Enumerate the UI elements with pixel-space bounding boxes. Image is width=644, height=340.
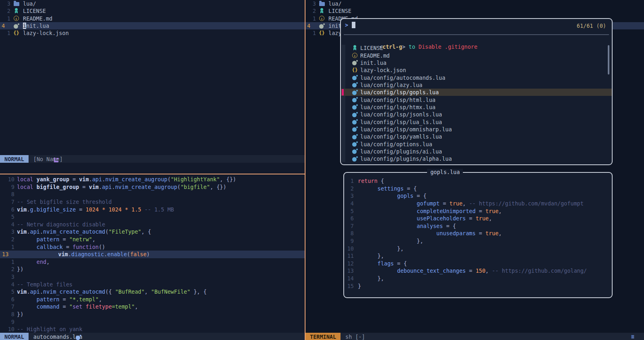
code-line[interactable]: 1 end, xyxy=(0,258,305,266)
finder-item[interactable]: LICENSE xyxy=(341,44,612,52)
code-line[interactable]: 9 xyxy=(0,318,305,325)
finder-item[interactable]: lua/config/lsp/jsonls.lua xyxy=(341,111,612,118)
line-number: 2 xyxy=(0,236,14,243)
code-token: = xyxy=(440,200,449,207)
code-line[interactable]: 10-- Highlight on yank xyxy=(0,325,305,333)
code-token: api xyxy=(92,176,102,182)
code-line[interactable]: 2 pattern = "netrw", xyxy=(0,236,305,243)
finder-item[interactable]: lua/config/lsp/omnisharp.lua xyxy=(341,126,612,133)
code-line[interactable]: 10local yank_group = vim.api.nvim_create… xyxy=(0,176,305,183)
markdown-icon xyxy=(13,16,19,21)
finder-item[interactable]: lua/config/plugins/ai.lua xyxy=(341,148,612,155)
code-text: vim.api.nvim_create_autocmd("FileType", … xyxy=(17,228,151,235)
finder-item[interactable]: README.md xyxy=(341,52,612,59)
code-line[interactable]: 5 xyxy=(0,213,305,221)
finder-item[interactable]: lua/config/lsp/yamlls.lua xyxy=(341,133,612,140)
preview-window: gopls.lua 1return {2 settings = {3 gopls… xyxy=(343,172,613,298)
line-number: 1 xyxy=(0,30,10,36)
file-name: LICENSE xyxy=(23,8,46,14)
lua-glyph xyxy=(352,156,357,162)
lua-icon xyxy=(352,156,358,162)
finder-item[interactable]: lua/config/autocomands.lua xyxy=(341,74,612,81)
finder-item[interactable]: lua/config/plugins/alpha.lua xyxy=(341,155,612,162)
file-row[interactable]: 2LICENSE xyxy=(0,7,305,15)
pane-separator-horizontal[interactable] xyxy=(0,174,305,174)
lua-icon xyxy=(352,112,358,117)
nvim-tmux-screen: 3lua/2LICENSE1README.md4init.lua1lazy-lo… xyxy=(0,0,644,340)
file-row[interactable]: 3lua/ xyxy=(0,0,305,7)
code-token xyxy=(358,215,417,222)
code-line[interactable]: 6 pattern = "*.templ", xyxy=(0,296,305,303)
finder-item[interactable]: lua/config/lazy.lua xyxy=(341,81,612,89)
license-glyph xyxy=(14,8,19,14)
finder-item[interactable]: lua/config/lsp/htmx.lua xyxy=(341,104,612,111)
file-path: init.lua xyxy=(360,60,386,66)
finder-item[interactable]: lua/config/lsp/html.lua xyxy=(341,96,612,103)
code-token: -- 1.5 MB xyxy=(141,206,174,213)
finder-item[interactable]: lua/config/lsp/lua_ls.lua xyxy=(341,118,612,125)
code-token: . xyxy=(68,251,71,257)
markdown-icon xyxy=(352,53,358,58)
pane-separator-vertical[interactable] xyxy=(305,0,305,340)
code-line[interactable]: 1 callback = function() xyxy=(0,243,305,251)
code-line[interactable]: 6vim.g.bigfile_size = 1024 * 1024 * 1.5 … xyxy=(0,205,305,213)
tree-icon xyxy=(53,157,59,163)
line-number: 8 xyxy=(344,230,354,236)
code-line[interactable]: 7 command = "set filetype=templ", xyxy=(0,303,305,311)
line-number: 15 xyxy=(344,283,354,289)
code-line[interactable]: 8}) xyxy=(0,311,305,318)
code-line[interactable]: 2}) xyxy=(0,265,305,273)
code-line[interactable]: 13 vim.diagnostic.enable(false) xyxy=(0,251,305,258)
code-pane: 10local yank_group = vim.api.nvim_create… xyxy=(0,174,305,340)
code-token: =templ" xyxy=(112,303,135,310)
file-row[interactable]: 4init.lua xyxy=(0,22,305,29)
code-token: }, xyxy=(417,238,423,244)
code-line[interactable]: 7-- Set bigfile size threshold xyxy=(0,198,305,206)
file-row[interactable]: 1lazy-lock.json xyxy=(0,29,305,37)
code-line[interactable]: 3 xyxy=(0,273,305,281)
finder-item[interactable]: lua/config/options.lua xyxy=(341,140,612,147)
code-token: = xyxy=(63,244,72,250)
lua-init-icon xyxy=(352,60,358,66)
finder-scrollbar[interactable] xyxy=(608,45,609,75)
code-line[interactable]: 9local bigfile_group = vim.api.nvim_crea… xyxy=(0,183,305,191)
lua-icon xyxy=(352,126,358,132)
code-line[interactable]: 4-- Netrw diagnostic disable xyxy=(0,221,305,228)
code-text: vim.diagnostic.enable(false) xyxy=(19,251,150,257)
preview-line: 3 gopls = { xyxy=(344,192,611,200)
file-row[interactable]: 1README.md xyxy=(0,15,305,22)
code-text: end, xyxy=(17,259,50,265)
finder-prompt[interactable]: > xyxy=(345,22,355,28)
license-icon xyxy=(319,8,325,14)
file-row[interactable]: 3lua/ xyxy=(305,0,644,7)
code-token: usePlaceholders xyxy=(417,215,466,222)
code-token: . xyxy=(102,176,105,182)
code-token xyxy=(358,238,417,244)
code-token: = xyxy=(476,230,485,236)
finder-item[interactable]: init.lua xyxy=(341,59,612,66)
code-token: ({ xyxy=(105,288,115,295)
json-icon xyxy=(319,30,325,36)
json-glyph xyxy=(352,67,357,73)
code-token xyxy=(358,275,378,282)
code-line[interactable]: 5vim.api.nvim_create_autocmd({ "BufRead"… xyxy=(0,288,305,296)
code-token: flags xyxy=(378,260,394,267)
code-line[interactable]: 3vim.api.nvim_create_autocmd("FileType",… xyxy=(0,228,305,236)
file-row[interactable]: 2LICENSE xyxy=(305,7,644,15)
finder-item[interactable]: lazy-lock.json xyxy=(341,66,612,74)
line-number: 3 xyxy=(344,193,354,199)
text-cursor xyxy=(352,22,355,28)
code-token: true xyxy=(485,208,499,214)
code-line[interactable]: 8 xyxy=(0,191,305,198)
code-token: gofumpt xyxy=(417,200,440,207)
code-token xyxy=(17,296,37,303)
code-token xyxy=(358,230,436,236)
code-token: = xyxy=(394,260,403,267)
code-token: function xyxy=(72,244,99,250)
code-token: () xyxy=(99,244,105,250)
code-line[interactable]: 4-- Template files xyxy=(0,280,305,288)
finder-item[interactable]: lua/config/lsp/gopls.lua xyxy=(341,89,612,96)
lua-glyph xyxy=(352,82,357,87)
code-token: callback xyxy=(37,244,63,250)
line-number: 10 xyxy=(0,176,14,182)
